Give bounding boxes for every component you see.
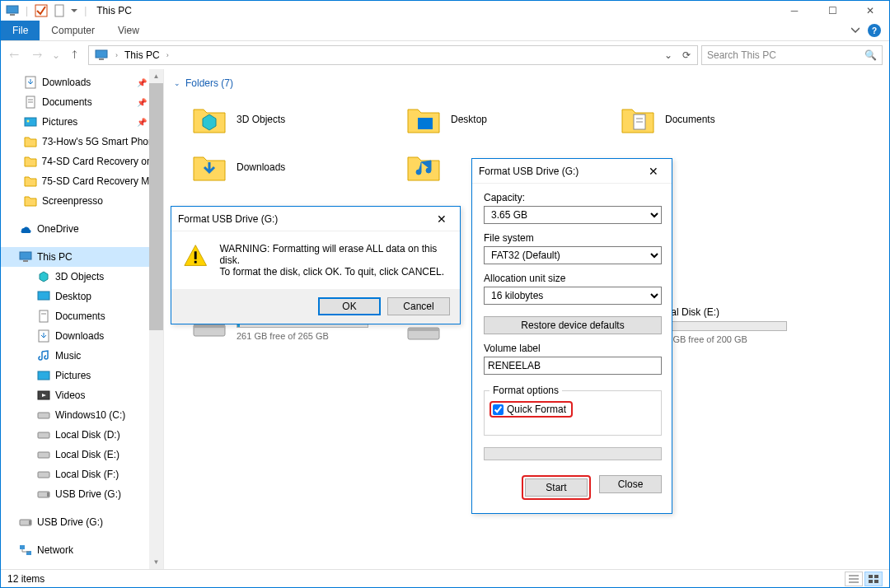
sidebar-item-thispc[interactable]: This PC xyxy=(1,247,163,267)
checkbox-icon[interactable] xyxy=(35,4,48,17)
sidebar-item-network[interactable]: Network xyxy=(1,540,163,560)
svg-rect-24 xyxy=(38,472,49,478)
window-title: This PC xyxy=(93,5,132,16)
tab-view[interactable]: View xyxy=(106,21,151,40)
start-button[interactable]: Start xyxy=(525,478,588,497)
svg-rect-21 xyxy=(38,413,49,418)
folders-section-header[interactable]: ⌄ Folders (7) xyxy=(171,74,889,96)
navbar: 🡐 🡒 ⌄ 🡑 › This PC › ⌄ ⟳ Search This PC 🔍 xyxy=(1,41,889,69)
help-icon[interactable]: ? xyxy=(868,24,881,37)
svg-rect-29 xyxy=(20,545,25,549)
svg-rect-28 xyxy=(29,520,31,525)
filesystem-select[interactable]: FAT32 (Default) xyxy=(484,246,662,264)
svg-rect-0 xyxy=(7,6,18,13)
sidebar-item-3dobjects[interactable]: 3D Objects xyxy=(1,267,163,287)
view-large-button[interactable] xyxy=(864,572,883,586)
svg-rect-4 xyxy=(96,50,107,58)
refresh-button[interactable]: ⟳ xyxy=(677,46,696,64)
sidebar-item-folder[interactable]: 73-How's 5G Smart Phone xyxy=(1,132,163,152)
ok-button[interactable]: OK xyxy=(318,297,381,315)
svg-rect-22 xyxy=(38,432,49,438)
svg-rect-18 xyxy=(38,371,49,380)
statusbar: 12 items xyxy=(1,569,889,587)
format-progress xyxy=(484,447,662,460)
format-dialog: Format USB Drive (G:) ✕ Capacity: 3.65 G… xyxy=(471,158,672,514)
quick-format-checkbox[interactable] xyxy=(493,404,504,415)
sidebar-item-folder[interactable]: Screenpresso xyxy=(1,191,163,211)
sidebar-item-usb-g[interactable]: USB Drive (G:) xyxy=(1,484,163,504)
titlebar: | | This PC ─ ☐ ✕ xyxy=(1,1,889,21)
qat-dropdown-icon[interactable] xyxy=(71,7,77,14)
search-input[interactable]: Search This PC 🔍 xyxy=(701,45,883,65)
breadcrumb-thispc[interactable]: This PC xyxy=(121,49,163,61)
sidebar-item-pictures[interactable]: Pictures📌 xyxy=(1,112,163,132)
svg-rect-44 xyxy=(869,580,873,583)
folder-documents[interactable]: Documents xyxy=(599,96,813,143)
sidebar-item-usb-root[interactable]: USB Drive (G:) xyxy=(1,512,163,532)
minimize-button[interactable]: ─ xyxy=(775,1,813,21)
svg-rect-36 xyxy=(194,324,225,328)
close-button[interactable]: ✕ xyxy=(851,1,889,21)
svg-rect-1 xyxy=(10,14,15,16)
sidebar-item-desktop[interactable]: Desktop xyxy=(1,287,163,306)
svg-rect-5 xyxy=(99,58,104,60)
sidebar-item-documents[interactable]: Documents xyxy=(1,306,163,326)
sidebar-item-disk-e[interactable]: Local Disk (E:) xyxy=(1,445,163,464)
svg-rect-15 xyxy=(40,310,48,322)
sidebar-scrollbar[interactable]: ▲ ▼ xyxy=(149,69,163,569)
breadcrumb-chevron[interactable]: › xyxy=(163,51,172,59)
chevron-down-icon: ⌄ xyxy=(174,79,180,87)
nav-up[interactable]: 🡑 xyxy=(65,45,85,65)
ribbon-expand-icon[interactable] xyxy=(851,26,860,35)
folder-downloads[interactable]: Downloads xyxy=(171,143,385,191)
sidebar-item-onedrive[interactable]: OneDrive xyxy=(1,219,163,239)
nav-recent-dropdown[interactable]: ⌄ xyxy=(50,45,62,65)
nav-back[interactable]: 🡐 xyxy=(4,45,24,65)
sidebar-item-folder[interactable]: 75-SD Card Recovery Meth xyxy=(1,171,163,191)
capacity-select[interactable]: 3.65 GB xyxy=(484,206,662,224)
volume-label-input[interactable] xyxy=(484,357,662,375)
svg-point-11 xyxy=(27,120,30,123)
warning-close-button[interactable]: ✕ xyxy=(430,211,453,227)
breadcrumb-chevron[interactable]: › xyxy=(112,51,121,59)
format-options-legend: Format options xyxy=(490,385,562,396)
warning-dialog: Format USB Drive (G:) ✕ WARNING: Formatt… xyxy=(171,206,461,324)
sidebar-item-videos[interactable]: Videos xyxy=(1,385,163,405)
view-details-button[interactable] xyxy=(845,572,863,586)
restore-defaults-button[interactable]: Restore device defaults xyxy=(484,316,662,334)
filesystem-label: File system xyxy=(484,232,662,244)
file-tab[interactable]: File xyxy=(1,21,40,40)
search-icon: 🔍 xyxy=(864,49,877,61)
sidebar-item-disk-f[interactable]: Local Disk (F:) xyxy=(1,464,163,484)
maximize-button[interactable]: ☐ xyxy=(813,1,851,21)
address-bar[interactable]: › This PC › ⌄ ⟳ xyxy=(88,45,698,65)
address-dropdown[interactable]: ⌄ xyxy=(659,46,677,64)
close-button[interactable]: Close xyxy=(599,475,662,493)
format-dialog-title: Format USB Drive (G:) xyxy=(479,166,578,177)
document-qat-icon[interactable] xyxy=(53,4,66,17)
svg-rect-45 xyxy=(874,580,878,583)
svg-rect-3 xyxy=(55,5,63,16)
quick-format-label: Quick Format xyxy=(507,404,566,415)
cancel-button[interactable]: Cancel xyxy=(387,297,450,315)
sidebar-item-downloads[interactable]: Downloads📌 xyxy=(1,72,163,92)
sidebar-item-pictures[interactable]: Pictures xyxy=(1,366,163,385)
svg-rect-10 xyxy=(25,118,36,126)
svg-rect-14 xyxy=(38,292,49,300)
allocation-select[interactable]: 16 kilobytes xyxy=(484,287,662,305)
search-placeholder: Search This PC xyxy=(707,49,776,61)
format-close-x[interactable]: ✕ xyxy=(642,163,665,180)
sidebar-item-documents[interactable]: Documents📌 xyxy=(1,92,163,112)
sidebar-item-disk-c[interactable]: Windows10 (C:) xyxy=(1,405,163,425)
warning-text: WARNING: Formatting will erase ALL data … xyxy=(219,243,448,278)
sidebar-item-folder[interactable]: 74-SD Card Recovery on M xyxy=(1,152,163,171)
folder-desktop[interactable]: Desktop xyxy=(385,96,599,143)
sidebar-item-downloads[interactable]: Downloads xyxy=(1,326,163,346)
sidebar-item-disk-d[interactable]: Local Disk (D:) xyxy=(1,425,163,445)
sidebar-item-music[interactable]: Music xyxy=(1,346,163,366)
folder-3dobjects[interactable]: 3D Objects xyxy=(171,96,385,143)
capacity-label: Capacity: xyxy=(484,192,662,203)
tab-computer[interactable]: Computer xyxy=(40,21,106,40)
nav-forward[interactable]: 🡒 xyxy=(27,45,47,65)
svg-rect-42 xyxy=(869,575,873,578)
